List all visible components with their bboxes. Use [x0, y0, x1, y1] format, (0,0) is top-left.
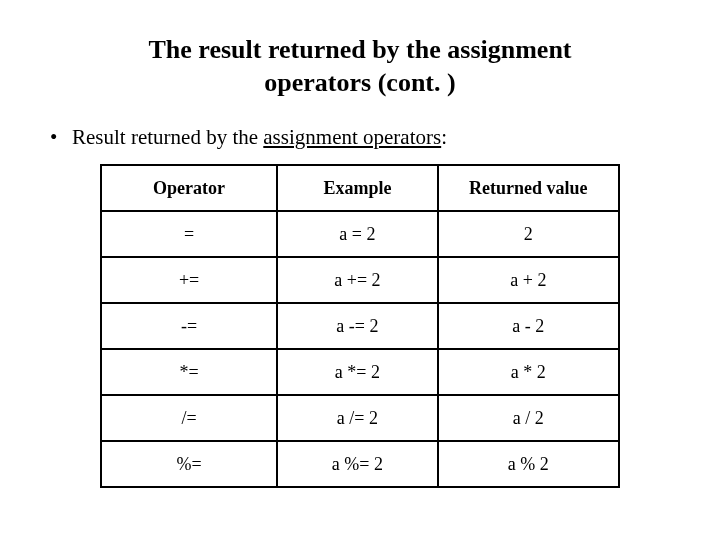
cell-example: a *= 2 — [277, 349, 438, 395]
col-header-returned: Returned value — [438, 165, 619, 211]
table-row: /= a /= 2 a / 2 — [101, 395, 619, 441]
table-row: += a += 2 a + 2 — [101, 257, 619, 303]
bullet-icon: • — [50, 125, 72, 150]
cell-returned: 2 — [438, 211, 619, 257]
cell-operator: = — [101, 211, 277, 257]
cell-returned: a * 2 — [438, 349, 619, 395]
operators-table: Operator Example Returned value = a = 2 … — [100, 164, 620, 488]
col-header-operator: Operator — [101, 165, 277, 211]
slide: The result returned by the assignment op… — [0, 0, 720, 540]
cell-example: a /= 2 — [277, 395, 438, 441]
cell-returned: a / 2 — [438, 395, 619, 441]
table-row: -= a -= 2 a - 2 — [101, 303, 619, 349]
bullet-lead: Result returned by the — [72, 125, 263, 149]
cell-operator: *= — [101, 349, 277, 395]
bullet-tail: : — [441, 125, 447, 149]
cell-operator: /= — [101, 395, 277, 441]
cell-operator: %= — [101, 441, 277, 487]
cell-example: a += 2 — [277, 257, 438, 303]
cell-example: a = 2 — [277, 211, 438, 257]
table-row: = a = 2 2 — [101, 211, 619, 257]
table-row: %= a %= 2 a % 2 — [101, 441, 619, 487]
cell-returned: a + 2 — [438, 257, 619, 303]
table-row: *= a *= 2 a * 2 — [101, 349, 619, 395]
cell-example: a %= 2 — [277, 441, 438, 487]
cell-returned: a - 2 — [438, 303, 619, 349]
cell-returned: a % 2 — [438, 441, 619, 487]
col-header-example: Example — [277, 165, 438, 211]
table-header-row: Operator Example Returned value — [101, 165, 619, 211]
cell-example: a -= 2 — [277, 303, 438, 349]
cell-operator: -= — [101, 303, 277, 349]
cell-operator: += — [101, 257, 277, 303]
bullet-line: •Result returned by the assignment opera… — [50, 125, 680, 150]
page-title: The result returned by the assignment op… — [100, 34, 620, 99]
bullet-underlined: assignment operators — [263, 125, 441, 149]
